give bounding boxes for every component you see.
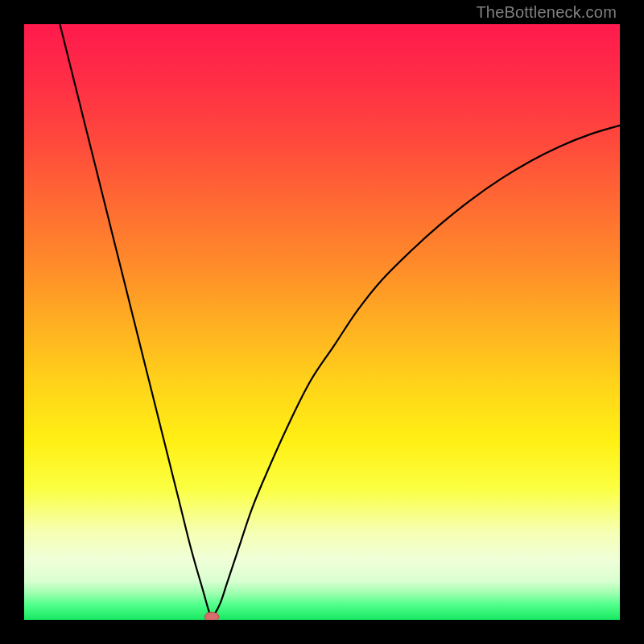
attribution-text: TheBottleneck.com <box>476 3 617 22</box>
chart-background <box>24 24 620 620</box>
bottleneck-chart <box>24 24 620 620</box>
chart-frame <box>24 24 620 620</box>
optimum-marker <box>204 612 219 620</box>
